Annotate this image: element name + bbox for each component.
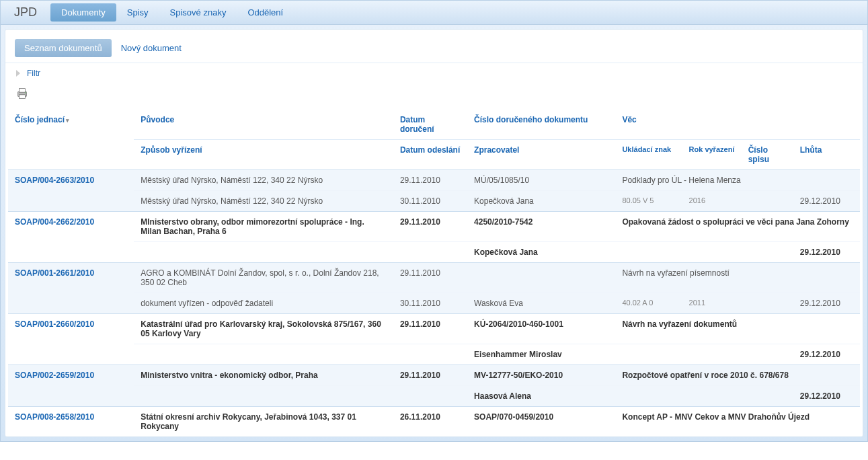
col-rok-vyrazeni[interactable]: Rok vyřazení [682,140,742,170]
subtab-0[interactable]: Seznam dokumentů [15,39,112,57]
cell: Městský úřad Nýrsko, Náměstí 122, 340 22… [134,170,393,191]
cell: Kopečková Jana [467,191,615,212]
cell: Městský úřad Nýrsko, Náměstí 122, 340 22… [134,191,393,212]
doc-link[interactable]: SOAP/001-2660/2010 [15,319,94,329]
doc-link[interactable]: SOAP/001-2661/2010 [15,268,94,278]
cell [682,386,742,407]
cell: Wasková Eva [467,293,615,314]
col-lhuta[interactable]: Lhůta [793,140,860,170]
col-cislo-doruceneho[interactable]: Číslo doručeného dokumentu [467,110,615,140]
table-row: Kopečková Jana29.12.2010 [8,242,860,263]
subtabs: Seznam dokumentůNový dokument [5,30,863,63]
table-row: SOAP/002-2659/2010Ministerstvo vnitra - … [8,365,860,386]
nav-tab-2[interactable]: Spisové znaky [159,3,237,22]
cell: 29.12.2010 [793,386,860,407]
cell: Státní okresní archiv Rokycany, Jeřabino… [134,407,393,437]
nav-tab-3[interactable]: Oddělení [237,3,294,22]
cell: Ministerstvo vnitra - ekonomický odbor, … [134,365,393,386]
filter-toggle[interactable]: Filtr [27,69,40,78]
cell [615,386,682,407]
cell: 2016 [682,191,742,212]
cell: Návrh na vyřazení dokumentů [615,314,860,344]
col-datum-odeslani[interactable]: Datum odeslání [393,140,467,170]
cell [682,344,742,365]
cell: 30.11.2010 [393,191,467,212]
cell: 29.12.2010 [793,293,860,314]
cell [742,191,793,212]
cell: Rozpočtové opatření v roce 2010 č. 678/6… [615,365,860,386]
cell [615,344,682,365]
table-row: Městský úřad Nýrsko, Náměstí 122, 340 22… [8,191,860,212]
col-ukladaci-znak[interactable]: Ukládací znak [615,140,682,170]
cell: AGRO a KOMBINÁT Dolní Žandov, spol, s r.… [134,263,393,293]
cell: 29.12.2010 [793,191,860,212]
topbar: JPD DokumentySpisySpisové znakyOddělení [1,1,867,25]
cell: SOAP/070-0459/2010 [467,407,615,437]
cell [742,344,793,365]
nav-tab-1[interactable]: Spisy [116,3,159,22]
col-cislo-jednaci[interactable]: Číslo jednací [8,110,134,170]
cell: MÚ/05/1085/10 [467,170,615,191]
cell [134,386,393,407]
col-cislo-spisu[interactable]: Číslo spisu [742,140,793,170]
filter-row: Filtr [5,63,863,83]
nav-tab-0[interactable]: Dokumenty [50,3,116,22]
cell: 29.12.2010 [793,344,860,365]
table-row: SOAP/008-2658/2010Státní okresní archiv … [8,407,860,437]
cell: Koncept AP - MNV Cekov a MNV Drahoňův Új… [615,407,860,437]
col-vec[interactable]: Věc [615,110,860,140]
col-puvodce[interactable]: Původce [134,110,393,140]
cell: Katastrální úřad pro Karlovarský kraj, S… [134,314,393,344]
cell: dokument vyřízen - odpověď žadateli [134,293,393,314]
cell [393,242,467,263]
cell [742,386,793,407]
table-row: SOAP/004-2663/2010Městský úřad Nýrsko, N… [8,170,860,191]
cell: 80.05 V 5 [615,191,682,212]
documents-table: Číslo jednací Původce Datum doručení Čís… [8,110,860,436]
cell [682,242,742,263]
col-zpracovatel[interactable]: Zpracovatel [467,140,615,170]
cell: Návrh na vyřazení písemností [615,263,860,293]
cell [393,344,467,365]
subtab-1[interactable]: Nový dokument [112,39,191,57]
svg-rect-2 [19,95,25,99]
cell: MV-12777-50/EKO-2010 [467,365,615,386]
doc-link[interactable]: SOAP/004-2662/2010 [15,217,94,227]
cell: 40.02 A 0 [615,293,682,314]
doc-link[interactable]: SOAP/004-2663/2010 [15,176,94,185]
cell: 29.11.2010 [393,212,467,242]
cell: 29.11.2010 [393,314,467,344]
doc-link[interactable]: SOAP/002-2659/2010 [15,371,94,380]
cell: Eisenhammer Miroslav [467,344,615,365]
cell [615,242,682,263]
doc-link[interactable]: SOAP/008-2658/2010 [15,412,94,422]
cell: 26.11.2010 [393,407,467,437]
cell: 29.12.2010 [793,242,860,263]
table-row: SOAP/004-2662/2010MInisterstvo obrany, o… [8,212,860,242]
table-row: SOAP/001-2661/2010AGRO a KOMBINÁT Dolní … [8,263,860,293]
cell: 30.11.2010 [393,293,467,314]
cell [742,242,793,263]
cell: MInisterstvo obrany, odbor mimorezortní … [134,212,393,242]
cell: KÚ-2064/2010-460-1001 [467,314,615,344]
app-title: JPD [6,4,45,21]
cell: Haasová Alena [467,386,615,407]
cell [134,344,393,365]
expand-icon[interactable] [16,70,20,77]
col-zpusob-vyrizeni[interactable]: Způsob vyřízení [134,140,393,170]
cell [467,263,615,293]
col-datum-doruceni[interactable]: Datum doručení [393,110,467,140]
cell: 4250/2010-7542 [467,212,615,242]
cell: Kopečková Jana [467,242,615,263]
svg-rect-1 [19,89,25,93]
svg-point-3 [25,92,26,93]
cell: Podklady pro ÚL - Helena Menza [615,170,860,191]
cell [134,242,393,263]
cell [742,293,793,314]
cell: 29.11.2010 [393,170,467,191]
table-row: Haasová Alena29.12.2010 [8,386,860,407]
table-row: SOAP/001-2660/2010Katastrální úřad pro K… [8,314,860,344]
table-row: dokument vyřízen - odpověď žadateli30.11… [8,293,860,314]
print-button[interactable] [15,86,30,103]
cell: 29.11.2010 [393,263,467,293]
